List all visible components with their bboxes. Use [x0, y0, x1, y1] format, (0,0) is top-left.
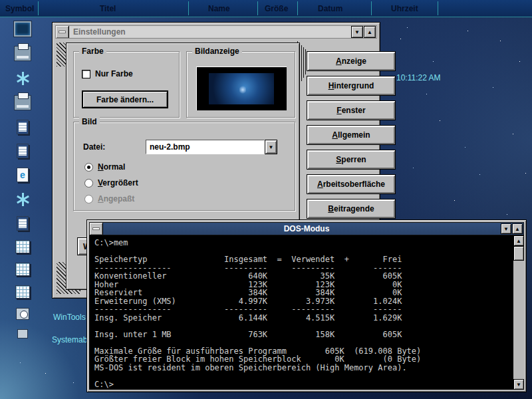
file-list-header: Symbol Titel Name Größe Datum Uhrzeit	[0, 0, 532, 17]
scrollbar-track[interactable]	[513, 246, 524, 379]
sidebar-icons	[8, 21, 37, 348]
page-stack-line	[301, 45, 302, 81]
datei-label: Datei:	[83, 142, 105, 152]
bildanzeige-groupbox: Bildanzeige	[186, 51, 295, 118]
radio-normal-row[interactable]: Normal	[84, 162, 125, 172]
printer-icon[interactable]	[14, 46, 31, 61]
header-col-name[interactable]: Name	[208, 4, 230, 13]
tab-sperren[interactable]: Sperren	[307, 150, 396, 170]
header-divider	[297, 1, 298, 15]
farbe-group-label: Farbe	[79, 47, 106, 56]
tab-allgemein[interactable]: Allgemein	[307, 125, 396, 145]
scroll-up-icon[interactable]: ▲	[513, 235, 524, 246]
document-icon[interactable]	[17, 144, 29, 158]
tab-arbeitsoberflche[interactable]: Arbeitsoberfläche	[307, 174, 396, 194]
page-stack-edge	[57, 43, 66, 66]
dos-scrollbar[interactable]: ▲ ▼	[513, 235, 524, 390]
document-icon[interactable]	[17, 216, 29, 231]
box-icon[interactable]	[17, 329, 28, 338]
wallpaper-thumbnail	[209, 73, 274, 104]
radio-angepasst-row[interactable]: Angepaßt	[84, 194, 134, 203]
wallpaper-preview	[196, 66, 287, 110]
header-divider	[38, 1, 39, 15]
nur-farbe-label: Nur Farbe	[95, 69, 133, 78]
radio-normal[interactable]	[84, 163, 93, 172]
dos-maximize-button[interactable]: ▲	[512, 223, 523, 234]
bildanzeige-group-label: Bildanzeige	[192, 47, 242, 56]
dos-title: DOS-Modus	[90, 224, 523, 233]
radio-vergroessert-label: Vergrößert	[98, 178, 138, 188]
tab-fenster[interactable]: Fenster	[307, 100, 396, 120]
dos-titlebar[interactable]: DOS-Modus ▼ ▲	[89, 222, 524, 235]
radio-normal-label: Normal	[98, 162, 125, 172]
dos-terminal-output[interactable]: C:\>mem Speichertyp Insgesamt = Verwende…	[89, 235, 513, 390]
page-stack-line	[303, 47, 304, 78]
radio-vergroessert[interactable]	[84, 179, 93, 188]
header-divider	[188, 1, 189, 15]
document-icon[interactable]	[17, 120, 29, 134]
dialog-titlebar[interactable]: Einstellungen ▼ ▲	[55, 25, 377, 39]
datei-combobox-value[interactable]: neu-2.bmp	[146, 140, 265, 154]
header-col-datum[interactable]: Datum	[318, 4, 342, 13]
wintools-label[interactable]: WinTools	[53, 313, 86, 322]
desktop-clock: 10:11:22 AM	[396, 73, 441, 82]
combobox-dropdown-icon[interactable]: ▼	[265, 140, 277, 154]
tab-hintergrund[interactable]: Hintergrund	[307, 76, 396, 96]
radio-vergroessert-row[interactable]: Vergrößert	[84, 178, 138, 188]
scroll-down-icon[interactable]: ▼	[513, 379, 524, 390]
maximize-button[interactable]: ▲	[364, 26, 376, 38]
datei-combobox: neu-2.bmp ▼	[146, 140, 277, 154]
snowflake-icon[interactable]	[14, 70, 31, 86]
farbe-groupbox: Farbe Nur Farbe Farbe ändern...	[73, 51, 180, 118]
header-col-uhrzeit[interactable]: Uhrzeit	[391, 4, 418, 13]
bild-group-label: Bild	[79, 117, 100, 126]
spreadsheet-icon[interactable]	[15, 285, 30, 299]
dos-body: C:\>mem Speichertyp Insgesamt = Verwende…	[89, 235, 524, 390]
printer-icon[interactable]	[14, 95, 31, 110]
minimize-button[interactable]: ▼	[351, 26, 363, 38]
header-divider	[257, 1, 258, 15]
header-col-groesse[interactable]: Größe	[265, 4, 288, 13]
dialog-title: Einstellungen	[69, 27, 351, 37]
clock-icon[interactable]	[16, 308, 29, 320]
control-menu-icon[interactable]	[56, 26, 69, 38]
tab-beitragende[interactable]: Beitragende	[307, 199, 396, 219]
dos-minimize-button[interactable]: ▼	[501, 223, 511, 234]
spreadsheet-icon[interactable]	[15, 263, 30, 276]
header-col-symbol[interactable]: Symbol	[5, 4, 34, 13]
dos-window: DOS-Modus ▼ ▲ C:\>mem Speichertyp Insges…	[86, 219, 527, 392]
browser-e-icon[interactable]	[17, 168, 29, 182]
nur-farbe-checkbox[interactable]	[82, 70, 90, 78]
system-shutdown-label[interactable]: Systemabsch	[52, 335, 86, 344]
tab-anzeige[interactable]: Anzeige	[307, 51, 396, 71]
computer-icon[interactable]	[14, 21, 31, 37]
snowflake-icon[interactable]	[14, 192, 31, 207]
radio-angepasst-label: Angepaßt	[98, 194, 134, 203]
page-stack-line	[305, 49, 306, 74]
header-divider	[371, 1, 372, 15]
radio-angepasst[interactable]	[84, 195, 93, 203]
farbe-aendern-button[interactable]: Farbe ändern...	[82, 90, 168, 108]
nur-farbe-checkbox-row[interactable]: Nur Farbe	[82, 69, 133, 78]
header-divider	[438, 1, 438, 15]
bild-groupbox: Bild Datei: neu-2.bmp ▼ Normal Vergrößer…	[73, 122, 295, 211]
scrollbar-thumb[interactable]	[513, 246, 524, 261]
header-col-titel[interactable]: Titel	[100, 4, 116, 13]
spreadsheet-icon[interactable]	[15, 240, 30, 253]
